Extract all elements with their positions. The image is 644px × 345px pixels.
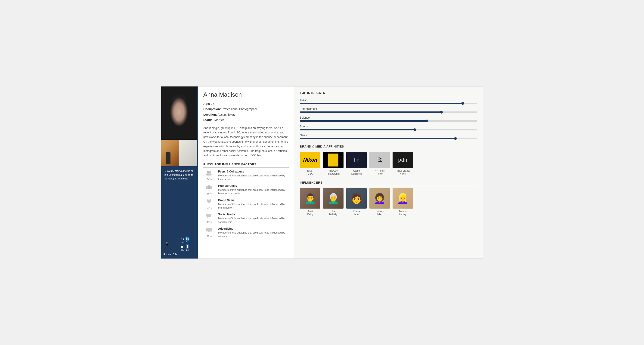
influence-name-4: Advertising [218,227,289,230]
facebook-count: 2x [186,249,189,251]
status-row: Status: Married [203,117,289,123]
bar-track-1 [300,111,477,113]
brand-logo-4: pdn [392,152,413,168]
bar-dot-1 [440,111,443,113]
interest-label-1: Entertainment [300,107,477,110]
profile-photo-figure [161,86,197,140]
interest-bar-item: News [300,134,477,139]
brand-item-2: Lr AdobeLightroom [346,152,367,175]
iphone-label-row: iPhone 5.9x [164,253,195,256]
brand-label-3: NY TimesPhoto [374,169,384,175]
influence-icon-area: 32% [203,227,215,238]
bar-track-3 [300,129,477,130]
iphone-row: 📱 ⊙ 4x in 7x ▶ 12x [164,237,195,251]
interest-label-4: News [300,134,477,137]
occupation-row: Occupation: Professional Photographer [203,106,289,112]
facebook-icon: f [186,244,189,249]
iphone-count: 5.9x [173,253,177,256]
left-panel: "I live for taking photos of the unexpec… [161,86,197,259]
person-name: Anna Madison [203,91,289,98]
quote-text: "I live for taking photos of the unexpec… [164,169,193,180]
brand-grid: Nikon NikonUSA Nat GeoPhotography Lr Ado… [300,152,477,175]
interests-section: TOP INTERESTS Travel Entertainment Scien… [300,91,477,139]
influence-text-4: Advertising Members of this audience tha… [218,227,289,238]
photo-grid-left [161,140,179,166]
nyt-text: 𝔗 [378,156,382,164]
instagram-icon: ⊙ [181,237,184,241]
natgeo-logo [323,152,344,168]
influencer-item-1: 👨‍🦳 JoeMcNally [323,188,344,216]
influence-icon-area: 68% [203,184,215,195]
social-icons-grid: ⊙ 4x in 7x ▶ 12x f 2x [181,237,190,251]
influencer-item-4: 👱‍♀️ TamaraLackey [392,188,413,216]
bar-dot-0 [461,102,464,105]
location-row: Location: Austin, Texas [203,112,289,117]
brand-logo-1 [323,152,344,168]
instagram-item: ⊙ 4x [181,237,184,244]
pdn-logo: pdn [392,152,413,168]
interest-label-2: Science [300,116,477,119]
iphone-icon: 📱 [164,241,170,247]
influence-icon-1 [206,184,212,191]
brand-label-4: Photo DistrictNews [396,169,410,175]
interest-bar-item: Sports [300,125,477,130]
interest-label-3: Sports [300,125,477,128]
age-value: 27 [211,102,214,105]
influencer-item-2: 🧑 ChaseJarvis [346,188,367,216]
brand-item-3: 𝔗 NY TimesPhoto [369,152,390,175]
facebook-item: f 2x [186,244,190,251]
influencer-item-0: 👨‍🦱 ScottKelby [300,188,320,216]
photo-grid-right [179,140,197,166]
bar-dot-2 [426,120,428,122]
bar-fill-4 [300,138,456,139]
linkedin-item: in 7x [186,237,190,244]
interest-bar-item: Science [300,116,477,122]
brand-label-0: NikonUSA [307,169,313,175]
influencer-name-0: ScottKelby [307,210,313,216]
persona-card: "I live for taking photos of the unexpec… [161,86,483,259]
influencer-name-3: LindsayAdler [376,210,384,216]
influence-icon-area: 65% [203,199,215,209]
brand-logo-3: 𝔗 [370,152,390,168]
influence-desc-0: Members of this audience that are likely… [218,174,289,181]
right-panel: TOP INTERESTS Travel Entertainment Scien… [294,86,483,259]
influencer-photo-3: 👩‍🦱 [370,188,390,209]
age-label: Age: [203,102,210,105]
age-row: Age: 27 [203,101,289,106]
influencers-section: INFLUENCERS 👨‍🦱 ScottKelby 👨‍🦳 JoeMcNall… [300,181,477,216]
interest-bar-item: Entertainment [300,107,477,113]
svg-rect-11 [208,232,210,232]
influence-name-3: Social Media [218,213,289,216]
instagram-count: 4x [182,241,184,244]
occupation-label: Occupation: [203,107,221,111]
svg-rect-9 [206,228,212,232]
location-value: Austin, Texas [218,113,235,116]
person-bio: Ana is single, grew up in L.A. and plans… [203,126,289,158]
youtube-count: 12x [181,249,184,251]
bar-fill-2 [300,120,428,122]
lr-text: Lr [354,157,359,164]
location-label: Location: [203,113,217,116]
bar-track-2 [300,120,477,122]
influence-text-2: Brand Name Members of this audience that… [218,199,289,210]
nikon-text: Nikon [303,157,317,163]
interest-bar-item: Travel [300,98,477,104]
youtube-icon: ▶ [181,244,184,249]
influencer-name-1: JoeMcNally [329,210,338,216]
youtube-item: ▶ 12x [181,244,184,251]
influence-item: 68% Product Utility Members of this audi… [203,184,289,195]
influencer-photo-1: 👨‍🦳 [323,188,344,209]
influence-desc-4: Members of this audience that are likely… [218,231,289,238]
influencer-grid: 👨‍🦱 ScottKelby 👨‍🦳 JoeMcNally 🧑 ChaseJar… [300,188,477,216]
middle-panel: Anna Madison Age: 27 Occupation: Profess… [197,86,294,259]
influencers-title: INFLUENCERS [300,181,477,186]
influencer-photo-4: 👱‍♀️ [392,188,413,209]
brands-title: BRAND & MEDIA AFFINITIES [300,145,477,150]
profile-photo [161,86,197,140]
influence-item: 74% Peers & Colleagues Members of this a… [203,170,289,181]
natgeo-rect [328,154,338,166]
interest-label-0: Travel [300,98,477,102]
pdn-text: pdn [398,157,407,163]
status-label: Status: [203,118,214,122]
bar-track-4 [300,138,477,139]
